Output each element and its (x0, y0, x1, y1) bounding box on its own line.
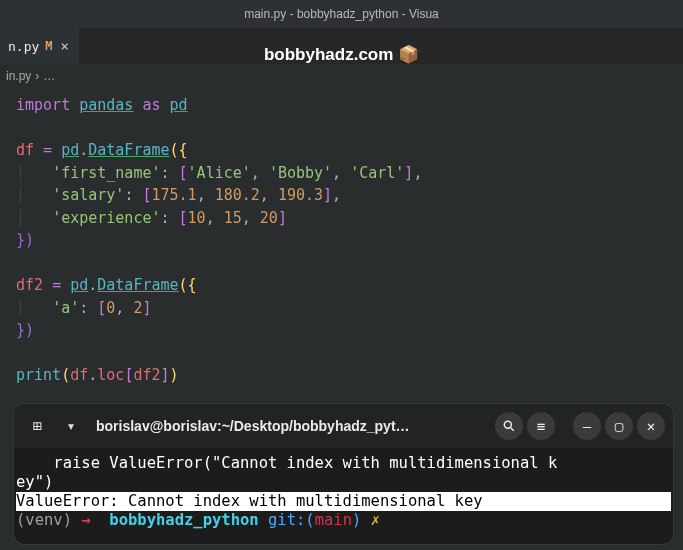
svg-line-1 (510, 427, 513, 430)
watermark-overlay: bobbyhadz.com 📦 (0, 44, 683, 65)
window-title: main.py - bobbyhadz_python - Visua (244, 7, 439, 21)
terminal-line: ey") (16, 473, 671, 492)
terminal-output[interactable]: raise ValueError("Cannot index with mult… (14, 448, 673, 530)
close-icon[interactable]: ✕ (637, 412, 665, 440)
window-title-bar: main.py - bobbyhadz_python - Visua (0, 0, 683, 28)
search-icon[interactable] (495, 412, 523, 440)
terminal-title-bar: ⊞ ▾ borislav@borislav:~/Desktop/bobbyhad… (14, 404, 673, 448)
terminal-window: ⊞ ▾ borislav@borislav:~/Desktop/bobbyhad… (14, 404, 673, 544)
maximize-icon[interactable]: ▢ (605, 412, 633, 440)
prompt-line: (venv) → bobbyhadz_python git:(main) ✗ (16, 511, 671, 530)
minimize-icon[interactable]: — (573, 412, 601, 440)
terminal-title: borislav@borislav:~/Desktop/bobbyhadz_py… (90, 418, 491, 434)
chevron-right-icon: › (35, 69, 39, 83)
svg-point-0 (504, 421, 511, 428)
menu-icon[interactable]: ≡ (527, 412, 555, 440)
terminal-line: raise ValueError("Cannot index with mult… (16, 454, 671, 473)
chevron-down-icon[interactable]: ▾ (56, 411, 86, 441)
breadcrumb-more: … (43, 69, 55, 83)
breadcrumb[interactable]: in.py › … (0, 64, 683, 88)
code-editor[interactable]: import pandas as pd df = pd.DataFrame({ … (0, 88, 683, 387)
breadcrumb-file: in.py (6, 69, 31, 83)
new-tab-icon[interactable]: ⊞ (22, 411, 52, 441)
error-line: ValueError: Cannot index with multidimen… (16, 492, 671, 511)
